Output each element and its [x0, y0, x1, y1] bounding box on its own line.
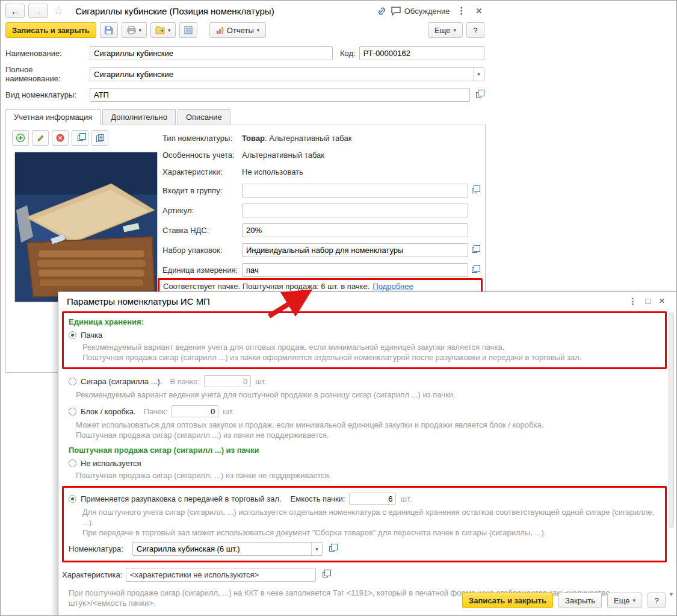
favorite-star-icon[interactable]: ☆ — [54, 4, 63, 17]
pack-note-text: Соответствует пачке. Поштучная продажа: … — [163, 282, 369, 291]
discussion-button[interactable]: Обсуждение — [391, 6, 450, 16]
create-from-button[interactable]: ▾ — [150, 22, 176, 38]
back-button[interactable]: ← — [5, 4, 25, 18]
caret-down-icon: ▾ — [453, 27, 456, 33]
link-button[interactable] — [377, 6, 387, 16]
not-used-radio-label[interactable]: Не используется — [81, 459, 141, 468]
dialog-maximize-button[interactable]: □ — [641, 296, 655, 306]
dialog-save-close-button[interactable]: Записать и закрыть — [462, 593, 553, 608]
full-name-input[interactable] — [90, 68, 473, 81]
discussion-icon — [391, 6, 401, 16]
dialog-close-button[interactable]: × — [655, 295, 669, 307]
scrollbar-thumb[interactable] — [669, 313, 674, 528]
save-close-button[interactable]: Записать и закрыть — [5, 22, 96, 38]
open-icon — [472, 188, 477, 193]
link-icon — [377, 6, 387, 16]
article-row: Артикул: — [162, 203, 480, 217]
registers-button[interactable] — [179, 22, 197, 38]
scroll-down-button[interactable]: ▼ — [668, 591, 675, 597]
pack-radio-label[interactable]: Пачка — [81, 331, 102, 340]
unit-input[interactable] — [242, 263, 468, 277]
cigar-qty-label: В пачке: — [170, 377, 200, 386]
caret-down-icon: ▾ — [315, 546, 318, 552]
full-name-row: Полное наименование: ▾ — [5, 65, 484, 83]
characteristic-row: Характеристика: — [62, 568, 667, 582]
group-input[interactable] — [242, 184, 468, 198]
print-button[interactable]: ▾ — [122, 22, 147, 38]
kind-open-button[interactable] — [472, 89, 484, 101]
pack-radio[interactable] — [69, 331, 76, 339]
not-used-radio[interactable] — [69, 459, 76, 467]
nomenclature-open-button[interactable] — [326, 543, 338, 555]
characteristic-open-button[interactable] — [319, 569, 331, 581]
not-used-desc: Поштучная продажа сигар (сигарилл, ...) … — [76, 470, 667, 481]
nomenclature-dropdown-button[interactable]: ▾ — [311, 543, 322, 555]
open-picture-button[interactable] — [72, 130, 88, 146]
name-input[interactable] — [90, 46, 333, 60]
dialog-menu-button[interactable]: ⋮ — [625, 296, 641, 306]
window-close-button[interactable]: × — [473, 5, 484, 17]
nomenclature-combo: ▾ — [132, 542, 323, 556]
unpack-highlight: Применяется разупаковка с передачей в то… — [62, 486, 667, 562]
picture-list-button[interactable] — [91, 130, 108, 146]
pack-set-input[interactable] — [242, 243, 468, 257]
group-row: Входит в группу: — [162, 183, 480, 198]
group-open-button[interactable] — [468, 184, 480, 196]
cigar-radio-label[interactable]: Сигара (сигарилла ...). — [81, 377, 162, 386]
capacity-input[interactable] — [349, 493, 396, 505]
tab-bar: Учетная информация Дополнительно Описани… — [5, 109, 489, 125]
block-qty-unit: шт. — [223, 407, 234, 416]
feature-value: Альтернативный табак — [242, 151, 480, 160]
nomenclature-input[interactable] — [133, 543, 311, 555]
forward-button[interactable]: → — [28, 4, 48, 18]
dialog-close-action-button[interactable]: Закрыть — [558, 593, 602, 608]
unit-open-button[interactable] — [468, 264, 480, 276]
open-icon — [329, 546, 335, 552]
reports-button[interactable]: Отчеты ▾ — [209, 22, 266, 38]
article-input[interactable] — [242, 204, 468, 217]
block-radio[interactable] — [69, 408, 76, 415]
details-link[interactable]: Подробнее — [373, 282, 413, 291]
article-label: Артикул: — [162, 206, 242, 215]
journal-icon — [184, 26, 193, 34]
item-photo[interactable] — [14, 152, 158, 302]
name-label: Наименование: — [5, 49, 90, 58]
dialog-scrollbar[interactable]: ▼ — [668, 311, 675, 588]
edit-picture-button[interactable] — [32, 130, 49, 146]
tab-accounting[interactable]: Учетная информация — [5, 109, 100, 125]
dialog-more-button[interactable]: Еще ▾ — [607, 593, 642, 608]
caret-down-icon: ▾ — [257, 27, 260, 33]
unpack-radio[interactable] — [69, 495, 76, 503]
cigar-box-image — [15, 152, 157, 302]
nomenclature-row: Номенклатура: ▾ — [69, 542, 660, 556]
delete-picture-button[interactable] — [52, 130, 69, 146]
dialog-buttons: Записать и закрыть Закрыть Еще ▾ ? — [462, 593, 666, 608]
pack-set-open-button[interactable] — [468, 244, 480, 256]
cigar-radio[interactable] — [69, 378, 76, 385]
help-button[interactable]: ? — [466, 22, 484, 38]
isp-parameters-dialog: Параметры номенклатуры ИС МП ⋮ □ × Едини… — [58, 291, 677, 616]
characteristic-input[interactable] — [126, 568, 316, 582]
block-radio-label[interactable]: Блок / коробка. — [81, 407, 136, 416]
full-name-dropdown-button[interactable]: ▾ — [473, 68, 484, 81]
tab-additional[interactable]: Дополнительно — [102, 109, 176, 125]
add-picture-button[interactable] — [12, 130, 29, 146]
report-icon — [216, 26, 224, 34]
unpack-radio-label[interactable]: Применяется разупаковка с передачей в то… — [81, 494, 282, 503]
characteristics-value[interactable]: Не использовать — [242, 167, 480, 176]
window-menu-button[interactable]: ⋮ — [453, 5, 469, 16]
save-button[interactable] — [100, 22, 118, 38]
window-header: ← → ☆ Сигариллы кубинские (Позиция номен… — [1, 1, 489, 21]
dialog-body: Единица хранения: Пачка Рекомендуемый ва… — [58, 310, 676, 608]
open-icon — [323, 572, 328, 577]
code-input[interactable] — [359, 46, 484, 60]
dialog-help-button[interactable]: ? — [648, 593, 666, 608]
kind-row: Вид номенклатуры: — [5, 88, 484, 102]
tab-description[interactable]: Описание — [178, 109, 230, 125]
block-qty-input[interactable] — [172, 405, 218, 417]
more-button[interactable]: Еще ▾ — [428, 22, 463, 38]
cigar-qty-input[interactable] — [204, 375, 251, 387]
kind-input[interactable] — [90, 88, 470, 102]
folder-icon — [155, 26, 165, 34]
vat-input[interactable] — [242, 223, 468, 237]
